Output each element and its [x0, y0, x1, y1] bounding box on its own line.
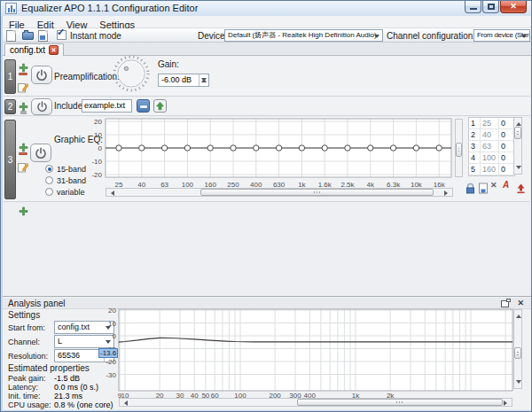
scrollbar-thumb[interactable]: [297, 399, 503, 406]
eq-band-handle[interactable]: [161, 145, 167, 151]
band-gain-cell[interactable]: 0: [499, 129, 514, 141]
edit-filter-button[interactable]: [18, 160, 28, 171]
scroll-right-icon[interactable]: [444, 190, 450, 196]
close-panel-button[interactable]: ✕: [517, 299, 524, 307]
power-toggle-button[interactable]: [30, 144, 51, 162]
lock-icon: [465, 183, 476, 194]
scrollbar-thumb[interactable]: [456, 143, 462, 157]
new-file-button[interactable]: [6, 30, 19, 43]
eq-horizontal-scrollbar[interactable]: [106, 188, 453, 197]
open-include-button[interactable]: [137, 99, 150, 113]
eq-band-handle[interactable]: [368, 145, 373, 151]
property-label: Peak gain:: [8, 374, 54, 383]
row-number-badge[interactable]: 3: [4, 120, 16, 199]
band-row-number: 2: [469, 129, 481, 141]
eq-band-handle[interactable]: [231, 145, 236, 151]
up-arrow-icon: [155, 101, 165, 111]
radio-option-variable[interactable]: variable: [45, 186, 86, 198]
table-clear-button[interactable]: ✕: [490, 181, 502, 192]
eq-band-handle[interactable]: [207, 145, 213, 151]
eq-band-handle[interactable]: [390, 145, 395, 151]
app-icon: [5, 3, 17, 14]
band-gain-cell[interactable]: 0: [499, 118, 514, 129]
analysis-horizontal-scrollbar[interactable]: [119, 398, 512, 407]
gain-spinbox[interactable]: -6.00 dB: [158, 74, 209, 87]
eq-band-handle[interactable]: [276, 145, 281, 151]
radio-button[interactable]: [45, 188, 53, 196]
band-gain-cell[interactable]: 0: [499, 164, 514, 175]
resolution-value: 65536: [58, 351, 80, 360]
radio-option-31-band[interactable]: 31-band: [45, 175, 86, 186]
plus-icon: [20, 64, 27, 72]
add-filter-button[interactable]: [19, 99, 29, 110]
radio-button[interactable]: [45, 165, 53, 173]
scrollbar-thumb[interactable]: [200, 189, 434, 196]
tab-config-txt[interactable]: config.txt ✕: [4, 43, 64, 56]
eq-y-tick: -10: [91, 158, 102, 166]
remove-filter-button[interactable]: [19, 152, 27, 155]
table-invert-button[interactable]: A: [503, 180, 514, 191]
scroll-down-icon[interactable]: [516, 166, 521, 172]
eq-band-handle[interactable]: [299, 145, 304, 151]
power-toggle-button[interactable]: [31, 66, 52, 84]
radio-button[interactable]: [45, 176, 53, 184]
band-frequency-cell[interactable]: 63: [481, 141, 499, 152]
band-frequency-cell[interactable]: 100: [481, 152, 499, 164]
row-number-badge[interactable]: 2: [4, 99, 16, 114]
power-toggle-button[interactable]: [31, 98, 52, 115]
scroll-down-icon[interactable]: [516, 380, 521, 386]
edit-filter-button[interactable]: [18, 81, 28, 91]
add-filter-button[interactable]: [19, 60, 29, 71]
table-lock-button[interactable]: [465, 182, 476, 193]
power-icon: [35, 69, 48, 82]
scrollbar-thumb[interactable]: [514, 127, 521, 139]
analysis-plot[interactable]: 20100-10-20-3091020304050601002003004001…: [98, 307, 515, 400]
eq-band-handle[interactable]: [322, 145, 327, 151]
title-bar[interactable]: Equalizer APO 1.1.1 Configuration Editor…: [1, 1, 531, 16]
spin-arrows[interactable]: [199, 74, 208, 86]
scroll-left-icon[interactable]: [108, 190, 114, 196]
edit-include-button[interactable]: [153, 99, 167, 113]
add-filter-button[interactable]: [19, 140, 29, 151]
radio-label: 15-band: [57, 165, 86, 174]
band-gain-cell[interactable]: 0: [499, 141, 514, 152]
eq-band-handle[interactable]: [184, 145, 190, 151]
table-save-button[interactable]: [478, 182, 489, 193]
band-frequency-cell[interactable]: 25: [481, 118, 499, 129]
scroll-right-icon[interactable]: [504, 400, 510, 406]
eq-band-handle[interactable]: [436, 145, 442, 151]
analysis-property: Init. time:21.3 ms: [8, 392, 113, 400]
band-frequency-cell[interactable]: 160: [481, 164, 499, 175]
eq-vertical-scrollbar[interactable]: [455, 119, 463, 177]
minimize-button[interactable]: [465, 1, 481, 13]
eq-band-handle[interactable]: [345, 145, 350, 151]
remove-filter-button[interactable]: [19, 73, 27, 75]
add-filter-button[interactable]: [19, 204, 29, 214]
device-select[interactable]: Default (扬声器 - Realtek High Definition A…: [224, 29, 383, 42]
eq-band-handle[interactable]: [116, 145, 121, 151]
row-number-badge[interactable]: 1: [4, 59, 16, 94]
band-frequency-cell[interactable]: 40: [481, 129, 499, 141]
eq-band-handle[interactable]: [254, 145, 259, 151]
plus-icon: [20, 144, 27, 152]
gain-knob[interactable]: [112, 54, 151, 97]
include-file-input[interactable]: example.txt: [82, 99, 132, 113]
tab-close-button[interactable]: ✕: [49, 45, 59, 55]
table-import-button[interactable]: [515, 182, 527, 193]
scroll-up-icon[interactable]: [516, 312, 521, 318]
eq-plot[interactable]: 2540631001602504006301k1.6k2.5k4k6.3k10k…: [86, 116, 455, 192]
save-file-button[interactable]: [38, 30, 51, 43]
scroll-up-icon[interactable]: [516, 120, 521, 126]
scrollbar-thumb[interactable]: [514, 347, 521, 359]
maximize-button[interactable]: [482, 1, 499, 13]
analysis-vertical-scrollbar[interactable]: [513, 309, 522, 389]
scroll-left-icon[interactable]: [121, 400, 128, 406]
table-vertical-scrollbar[interactable]: [513, 117, 522, 175]
eq-band-handle[interactable]: [413, 145, 419, 151]
band-gain-cell[interactable]: 0: [499, 152, 514, 164]
channel-config-select[interactable]: From device (Stereo): [473, 29, 530, 42]
open-file-button[interactable]: [22, 30, 35, 43]
radio-option-15-band[interactable]: 15-band: [45, 163, 86, 175]
eq-band-handle[interactable]: [139, 145, 145, 151]
close-button[interactable]: ✕: [500, 1, 527, 13]
